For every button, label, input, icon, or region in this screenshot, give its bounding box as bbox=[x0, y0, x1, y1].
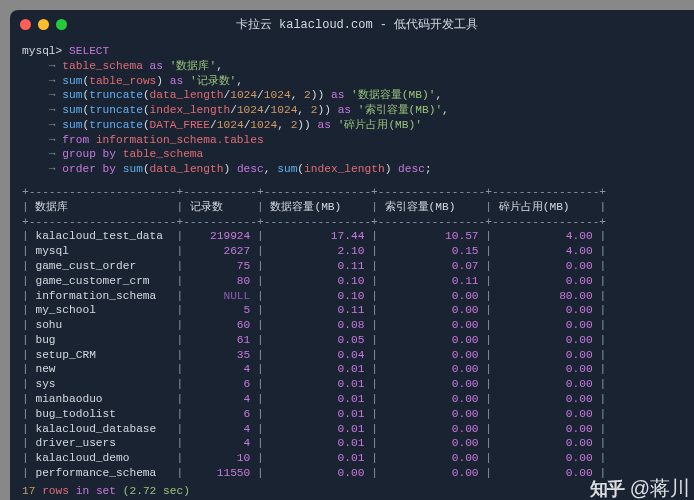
value-cell: 0.00 bbox=[499, 377, 593, 392]
alias-data-mb: '数据容量(MB)' bbox=[351, 89, 435, 101]
value-cell: 0.04 bbox=[270, 348, 364, 363]
db-name-cell: kalacloud_database bbox=[35, 422, 169, 437]
col-data-free: DATA_FREE bbox=[150, 119, 210, 131]
db-name-cell: kalacloud_demo bbox=[35, 451, 169, 466]
db-name-cell: new bbox=[35, 362, 169, 377]
value-cell: 0.01 bbox=[270, 451, 364, 466]
kw-as: as bbox=[170, 75, 183, 87]
lit-2: 2 bbox=[311, 104, 318, 116]
lit-1024: 1024 bbox=[270, 104, 297, 116]
col-table-rows: table_rows bbox=[89, 75, 156, 87]
maximize-icon[interactable] bbox=[56, 19, 67, 30]
value-cell: 2.10 bbox=[270, 244, 364, 259]
value-cell: 0.01 bbox=[270, 377, 364, 392]
fn-truncate: truncate bbox=[89, 104, 143, 116]
fn-sum: sum bbox=[123, 163, 143, 175]
alias-index-mb: '索引容量(MB)' bbox=[358, 104, 442, 116]
value-cell: 0.00 bbox=[499, 392, 593, 407]
continuation-arrow: → bbox=[49, 89, 56, 101]
table-row: | sys | 6 | 0.01 | 0.00 | 0.00 | bbox=[22, 377, 692, 392]
value-cell: 0.00 bbox=[385, 466, 479, 481]
table-row: | information_schema | NULL | 0.10 | 0.0… bbox=[22, 289, 692, 304]
value-cell: 0.10 bbox=[270, 274, 364, 289]
table-row: | setup_CRM | 35 | 0.04 | 0.00 | 0.00 | bbox=[22, 348, 692, 363]
table-header-row: | 数据库 | 记录数 | 数据容量(MB) | 索引容量(MB) | 碎片占用… bbox=[22, 200, 692, 215]
value-cell: 0.00 bbox=[385, 289, 479, 304]
col-index-length: index_length bbox=[304, 163, 385, 175]
value-cell: 4 bbox=[190, 362, 250, 377]
table-row: | game_cust_order | 75 | 0.11 | 0.07 | 0… bbox=[22, 259, 692, 274]
value-cell: 2627 bbox=[190, 244, 250, 259]
close-icon[interactable] bbox=[20, 19, 31, 30]
fn-sum: sum bbox=[62, 75, 82, 87]
value-cell: 0.05 bbox=[270, 333, 364, 348]
value-cell: 0.01 bbox=[270, 436, 364, 451]
table-header-cell: 数据库 bbox=[35, 200, 169, 215]
zhihu-logo: 知乎 bbox=[590, 477, 624, 501]
value-cell: 4.00 bbox=[499, 229, 593, 244]
continuation-arrow: → bbox=[49, 163, 56, 175]
continuation-arrow: → bbox=[49, 148, 56, 160]
value-cell: 0.00 bbox=[385, 436, 479, 451]
kw-as: as bbox=[338, 104, 351, 116]
value-cell: 10.57 bbox=[385, 229, 479, 244]
table-header-cell: 数据容量(MB) bbox=[270, 200, 364, 215]
db-name-cell: setup_CRM bbox=[35, 348, 169, 363]
mysql-prompt: mysql> bbox=[22, 45, 62, 57]
result-table: +----------------------+-----------+----… bbox=[10, 185, 694, 481]
db-name-cell: performance_schema bbox=[35, 466, 169, 481]
value-cell: 6 bbox=[190, 407, 250, 422]
db-name-cell: sys bbox=[35, 377, 169, 392]
continuation-arrow: → bbox=[49, 119, 56, 131]
value-cell: 0.00 bbox=[385, 392, 479, 407]
col-data-length: data_length bbox=[150, 163, 224, 175]
value-cell: 80 bbox=[190, 274, 250, 289]
value-cell: 0.00 bbox=[499, 333, 593, 348]
table-border: +----------------------+-----------+----… bbox=[22, 185, 692, 200]
lit-2: 2 bbox=[304, 89, 311, 101]
window-title: 卡拉云 kalacloud.com - 低代码开发工具 bbox=[10, 16, 694, 33]
col-table-schema: table_schema bbox=[62, 60, 143, 72]
value-cell: 75 bbox=[190, 259, 250, 274]
table-row: | mysql | 2627 | 2.10 | 0.15 | 4.00 | bbox=[22, 244, 692, 259]
kw-group-by: group by bbox=[62, 148, 116, 160]
kw-from: from bbox=[62, 134, 89, 146]
value-cell: 0.01 bbox=[270, 392, 364, 407]
rows-count: 17 bbox=[22, 485, 35, 497]
value-cell: 4 bbox=[190, 436, 250, 451]
continuation-arrow: → bbox=[49, 60, 56, 72]
table-row: | driver_users | 4 | 0.01 | 0.00 | 0.00 … bbox=[22, 436, 692, 451]
value-cell: 17.44 bbox=[270, 229, 364, 244]
db-name-cell: game_customer_crm bbox=[35, 274, 169, 289]
watermark: 知乎 @蒋川 bbox=[590, 475, 690, 500]
db-name-cell: sohu bbox=[35, 318, 169, 333]
alias-frag-mb: '碎片占用(MB)' bbox=[338, 119, 422, 131]
fn-truncate: truncate bbox=[89, 119, 143, 131]
continuation-arrow: → bbox=[49, 104, 56, 116]
value-cell: 0.15 bbox=[385, 244, 479, 259]
value-cell: 0.11 bbox=[385, 274, 479, 289]
lit-1024: 1024 bbox=[264, 89, 291, 101]
value-cell: 0.00 bbox=[385, 377, 479, 392]
col-data-length: data_length bbox=[150, 89, 224, 101]
kw-desc: desc bbox=[398, 163, 425, 175]
table-header-cell: 碎片占用(MB) bbox=[499, 200, 593, 215]
alias-db: '数据库' bbox=[170, 60, 216, 72]
value-cell: 4.00 bbox=[499, 244, 593, 259]
terminal-window: 卡拉云 kalacloud.com - 低代码开发工具 mysql> SELEC… bbox=[10, 10, 694, 500]
minimize-icon[interactable] bbox=[38, 19, 49, 30]
value-cell: 0.00 bbox=[499, 466, 593, 481]
table-row: | kalacloud_database | 4 | 0.01 | 0.00 |… bbox=[22, 422, 692, 437]
col-table-schema: table_schema bbox=[123, 148, 204, 160]
value-cell: 80.00 bbox=[499, 289, 593, 304]
fn-sum: sum bbox=[62, 104, 82, 116]
value-cell: 0.00 bbox=[499, 451, 593, 466]
terminal-output[interactable]: mysql> SELECT → table_schema as '数据库', →… bbox=[10, 38, 694, 185]
titlebar: 卡拉云 kalacloud.com - 低代码开发工具 bbox=[10, 10, 694, 38]
in-set: in set bbox=[76, 485, 116, 497]
value-cell: 0.00 bbox=[499, 303, 593, 318]
table-row: | new | 4 | 0.01 | 0.00 | 0.00 | bbox=[22, 362, 692, 377]
value-cell: 0.01 bbox=[270, 407, 364, 422]
value-cell: 0.00 bbox=[499, 274, 593, 289]
continuation-arrow: → bbox=[49, 134, 56, 146]
